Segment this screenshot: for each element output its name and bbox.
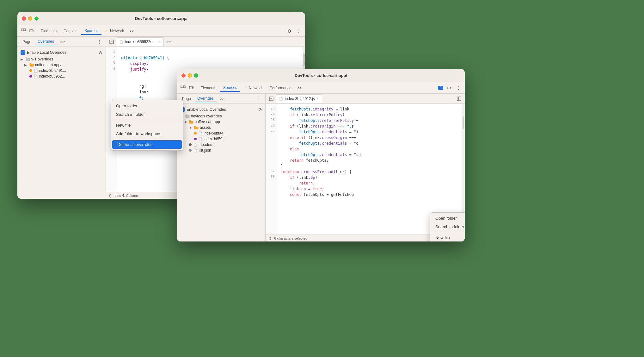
tree-listjson-label-front: list.json	[199, 148, 211, 153]
gear-icon-back[interactable]: ⚙	[285, 27, 293, 35]
inspect-icon-front[interactable]	[180, 85, 187, 91]
file-icon2-back	[34, 74, 38, 78]
minimize-button-back[interactable]	[28, 16, 32, 21]
tree-file2-back[interactable]: index-b85952...	[17, 73, 106, 79]
tree-headers-front[interactable]: .headers	[177, 142, 265, 147]
menu-item-open-folder-front[interactable]: Open folder	[430, 214, 465, 222]
block-icon-back[interactable]: ⊘	[99, 50, 102, 55]
folder-assets-icon-front	[194, 126, 199, 129]
tab-right-actions-front: 1 ⚙ ⋮	[438, 84, 462, 92]
status-text-back: Line 4, Column	[114, 194, 138, 197]
editor-tab-close-back[interactable]: ×	[158, 40, 160, 44]
sidebar-content-back: ✓ Enable Local Overrides ⊘ ▶ v-1 overrid…	[17, 47, 106, 199]
sidebar-back: Page Overrides >> ⋮ ✓ Enable Local Overr…	[17, 37, 106, 199]
menu-item-search-front[interactable]: Search in folder	[430, 222, 465, 231]
menu-sep1-front	[430, 232, 465, 232]
svg-rect-12	[457, 97, 461, 101]
tab-network-front[interactable]: ⚠ Network	[241, 85, 266, 91]
close-button-back[interactable]	[22, 16, 26, 21]
more-tabs-back[interactable]: >>	[128, 28, 136, 34]
inspect-icon-back[interactable]	[20, 28, 27, 34]
collapse-icon-front[interactable]	[267, 95, 275, 103]
menu-item-add-folder-back[interactable]: Add folder to workspace	[111, 129, 183, 138]
context-menu-front: Open folder Search in folder New file De…	[430, 212, 465, 241]
traffic-lights-front	[181, 73, 198, 78]
editor-more-tabs-back[interactable]: >>	[164, 38, 173, 45]
menu-item-new-file-front[interactable]: New file	[430, 233, 465, 241]
file-dot-orange-back	[29, 69, 32, 72]
editor-tab-front[interactable]: index-8bfa4912.js ×	[276, 94, 322, 103]
tab-sources-back[interactable]: Sources	[81, 27, 101, 35]
tab-elements-back[interactable]: Elements	[38, 28, 60, 34]
network-warning-icon-back: ⚠	[105, 29, 109, 33]
tree-file1-front[interactable]: index-8bfa4...	[177, 130, 265, 136]
menu-sep1-back	[111, 120, 183, 120]
scrollbar-thumb-back	[303, 53, 305, 66]
sidebar-tabs-front: Page Overrides >> ⋮	[177, 94, 265, 104]
tree-file1-back[interactable]: index-8bfa491...	[17, 68, 106, 73]
tree-root-label-back: v-1 overrides	[31, 57, 53, 61]
sidebar-tab-more-back[interactable]: >>	[58, 39, 67, 45]
sidebar-tab-overrides-back[interactable]: Overrides	[35, 38, 57, 45]
enable-overrides-checkbox-back[interactable]: ✓	[21, 50, 25, 55]
menu-item-delete-all-back[interactable]: Delete all overrides	[112, 140, 182, 149]
close-button-front[interactable]	[181, 73, 186, 78]
tree-child-label-front: coffee-cart.app	[195, 120, 220, 124]
tree-listjson-front[interactable]: list.json	[177, 147, 265, 153]
svg-rect-6	[181, 86, 183, 88]
curly-icon-back: {}	[109, 194, 111, 197]
menu-item-search-back[interactable]: Search in folder	[111, 110, 183, 119]
tab-elements-front[interactable]: Elements	[197, 85, 219, 91]
sidebar-more-icon-back[interactable]: ⋮	[95, 38, 103, 46]
maximize-button-back[interactable]	[34, 16, 39, 21]
network-warning-icon-front: ⚠	[244, 86, 248, 90]
tab-performance-front[interactable]: Performance	[267, 85, 295, 91]
tab-console-back[interactable]: Console	[60, 28, 81, 34]
sidebar-tab-page-back[interactable]: Page	[20, 39, 34, 45]
tree-file2-label-front: index-b859...	[204, 137, 225, 141]
more-icon-back[interactable]: ⋮	[295, 27, 303, 35]
more-icon-front[interactable]: ⋮	[455, 84, 462, 92]
more-tabs-front[interactable]: >>	[295, 85, 304, 91]
editor-expand-icon-front[interactable]	[455, 95, 463, 103]
message-badge-front[interactable]: 1	[438, 86, 443, 90]
tab-network-back[interactable]: ⚠ Network	[102, 28, 127, 34]
tree-root-front[interactable]: ▶ devtools overrides	[177, 113, 265, 119]
sidebar-more-icon-front[interactable]: ⋮	[255, 95, 263, 103]
minimize-button-front[interactable]	[188, 73, 192, 78]
sidebar-tab-overrides-front[interactable]: Overrides	[195, 95, 216, 102]
menu-item-new-file-back[interactable]: New file	[111, 121, 183, 129]
tree-child-label-back: coffee-cart.app/	[35, 63, 61, 67]
editor-tab-file-icon-front	[279, 97, 283, 101]
tab-sources-front[interactable]: Sources	[220, 84, 240, 92]
enable-overrides-label-back: Enable Local Overrides	[27, 50, 97, 55]
tree-file2-label-back: index-b85952...	[39, 74, 65, 78]
folder-orange-icon-back	[29, 63, 34, 67]
code-line-back	[121, 49, 299, 55]
block-icon-front[interactable]: ⊘	[258, 107, 262, 112]
collapse-icon-back[interactable]	[108, 38, 115, 46]
context-menu-back: Open folder Search in folder New file Ad…	[111, 100, 183, 151]
gear-icon-front[interactable]: ⚙	[445, 84, 453, 92]
tab-icons-front	[180, 85, 195, 91]
editor-tabs-back: index-b859522e.... × >>	[106, 37, 305, 47]
menu-sep2-back	[111, 139, 183, 139]
editor-tab-close-front[interactable]: ×	[317, 97, 319, 101]
editor-tabs-front: index-8bfa4912.js ×	[266, 94, 465, 104]
editor-tab-back[interactable]: index-b859522e.... ×	[116, 37, 164, 46]
tree-arrow-child-front: ▼	[184, 120, 188, 124]
tree-child-front[interactable]: ▼ coffee-cart.app	[177, 119, 265, 125]
maximize-button-front[interactable]	[194, 73, 198, 78]
tree-assets-front[interactable]: ▼ assets	[177, 125, 265, 130]
sidebar-tab-more-front[interactable]: >>	[218, 96, 227, 102]
devtools-window-front: DevTools - coffee-cart.app/ Elements Sou…	[177, 69, 465, 241]
device-icon-back[interactable]	[28, 28, 35, 34]
line-numbers-front: 2324252627 2829 3031 3233 3738	[266, 104, 277, 235]
tree-file2-front[interactable]: index-b859...	[177, 136, 265, 142]
tree-root-back[interactable]: ▶ v-1 overrides	[17, 56, 106, 62]
titlebar-front: DevTools - coffee-cart.app/	[177, 69, 465, 82]
device-icon-front[interactable]	[188, 85, 195, 91]
tree-child-back[interactable]: ▶ coffee-cart.app/	[17, 62, 106, 68]
menu-item-open-folder-back[interactable]: Open folder	[111, 102, 183, 110]
sidebar-tabs-back: Page Overrides >> ⋮	[17, 37, 106, 47]
